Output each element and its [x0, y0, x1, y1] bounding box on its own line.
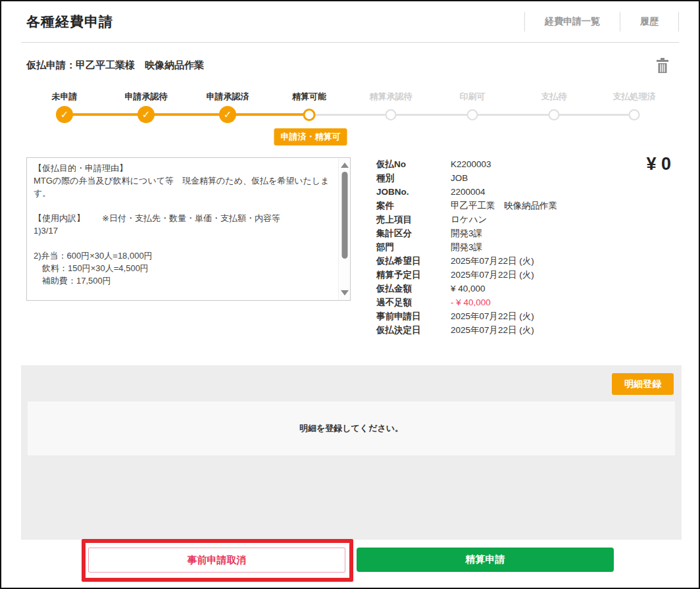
settlement-total-amount: ¥ 0: [646, 154, 671, 174]
step-pending-circle: [629, 109, 640, 120]
detail-row-advance-amount: 仮払金額¥ 40,000: [376, 282, 639, 295]
register-detail-button[interactable]: 明細登録: [612, 373, 674, 395]
step-current-circle: [303, 109, 316, 121]
detail-row-advance-no: 仮払NoK2200003: [376, 157, 639, 171]
step-not-applied: 未申請 ✓: [24, 87, 105, 101]
detail-fields: 仮払NoK2200003 種別JOB JOBNo.2200004 案件甲乙平工業…: [376, 157, 639, 337]
cancel-pre-application-button[interactable]: 事前申請取消: [88, 548, 345, 573]
step-pending-circle: [467, 109, 478, 120]
page-title: 各種経費申請: [26, 13, 113, 31]
step-check-icon: ✓: [138, 106, 155, 123]
step-settlement-approval-waiting: 精算承認待: [350, 87, 432, 101]
step-pending-circle: [386, 109, 397, 120]
delete-button[interactable]: [653, 57, 672, 76]
status-stepper: 未申請 ✓ 申請承認待 ✓ 申請承認済 ✓ 精算可能 精算承認待 印刷可 支払待…: [21, 87, 682, 150]
scroll-up-icon[interactable]: [341, 163, 349, 168]
step-check-icon: ✓: [56, 106, 73, 123]
header-nav: 経費申請一覧 履歴: [524, 12, 679, 32]
nav-expense-list-link[interactable]: 経費申請一覧: [525, 12, 620, 32]
detail-row-department: 部門開発3課: [376, 240, 639, 254]
page-header: 各種経費申請 経費申請一覧 履歴: [21, 1, 679, 43]
trash-icon: [655, 57, 670, 74]
line-items-section: 明細登録 明細を登録してください。: [21, 365, 682, 540]
detail-row-aggregation: 集計区分開発3課: [376, 226, 639, 240]
step-approved: 申請承認済 ✓: [187, 87, 268, 101]
step-payment-waiting: 支払待: [513, 87, 595, 101]
application-memo-box[interactable]: 【仮払目的・申請理由】 MTGの際の弁当及び飲料について等 現金精算のため、仮払…: [26, 157, 351, 301]
detail-row-type: 種別JOB: [376, 171, 639, 185]
detail-row-pre-application-date: 事前申請日2025年07月22日 (火): [376, 309, 639, 323]
memo-scrollbar[interactable]: [338, 158, 350, 300]
application-memo-text: 【仮払目的・申請理由】 MTGの際の弁当及び飲料について等 現金精算のため、仮払…: [27, 158, 350, 300]
application-title: 仮払申請：甲乙平工業様 映像納品作業: [26, 59, 204, 72]
step-check-icon: ✓: [219, 106, 236, 123]
step-settlement-possible: 精算可能: [268, 87, 350, 101]
step-pending-circle: [549, 109, 560, 120]
detail-row-job-no: JOBNo.2200004: [376, 185, 639, 199]
detail-row-settlement-planned-date: 精算予定日2025年07月22日 (火): [376, 268, 639, 282]
detail-row-balance-amount: 過不足額- ¥ 40,000: [376, 295, 639, 309]
nav-history-link[interactable]: 履歴: [620, 12, 678, 32]
scroll-down-icon[interactable]: [341, 290, 349, 295]
divider: [678, 12, 679, 32]
detail-row-sales-item: 売上項目ロケハン: [376, 213, 639, 226]
empty-detail-message-box: 明細を登録してください。: [28, 401, 675, 455]
step-payment-processed: 支払処理済: [593, 87, 675, 101]
settlement-apply-button[interactable]: 精算申請: [357, 548, 614, 572]
empty-detail-message: 明細を登録してください。: [299, 423, 403, 434]
detail-row-advance-desired-date: 仮払希望日2025年07月22日 (火): [376, 254, 639, 268]
expense-application-page: 各種経費申請 経費申請一覧 履歴 仮払申請：甲乙平工業様 映像納品作業 未申請 …: [0, 0, 700, 589]
step-approval-waiting: 申請承認待 ✓: [105, 87, 187, 101]
stepper-line-done: [64, 113, 309, 116]
detail-row-advance-decision-date: 仮払決定日2025年07月22日 (火): [376, 323, 639, 337]
scrollbar-thumb[interactable]: [341, 172, 347, 259]
status-badge: 申請済・精算可: [274, 128, 347, 145]
step-printable: 印刷可: [432, 87, 513, 101]
detail-row-project: 案件甲乙平工業 映像納品作業: [376, 199, 639, 213]
